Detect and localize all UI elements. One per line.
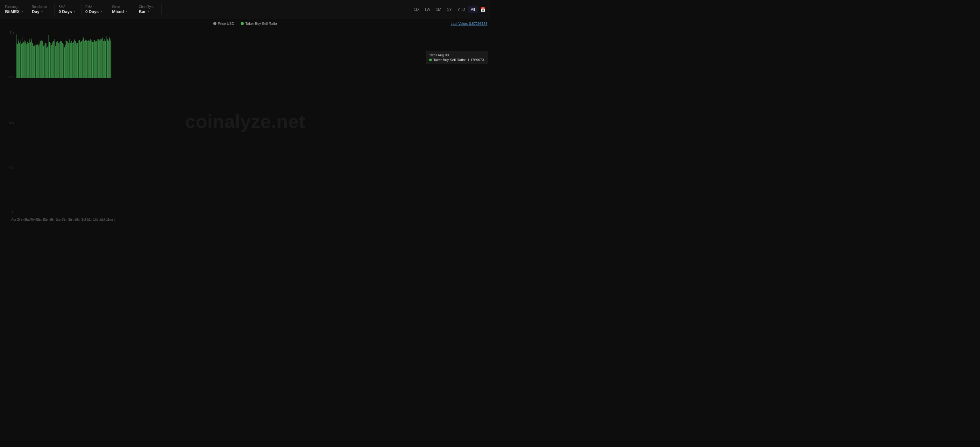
svg-rect-62 — [57, 41, 58, 78]
svg-rect-86 — [74, 40, 74, 78]
resolution-value: Day — [32, 9, 40, 14]
svg-rect-19 — [28, 43, 29, 78]
exchange-value: BitMEX — [5, 9, 20, 14]
svg-rect-43 — [45, 45, 45, 78]
resolution-selector[interactable]: Day ▼ — [32, 9, 52, 14]
ema-group: EMA 0 Days ▼ — [83, 4, 108, 15]
scale-selector[interactable]: Mixed ▼ — [112, 9, 132, 14]
svg-rect-1 — [16, 43, 16, 78]
svg-rect-47 — [48, 47, 48, 78]
svg-rect-106 — [88, 41, 88, 78]
chart-type-value: Bar — [139, 9, 146, 14]
svg-rect-80 — [70, 41, 70, 78]
svg-rect-46 — [46, 48, 47, 78]
svg-rect-115 — [94, 40, 94, 78]
ema-value: 0 Days — [85, 9, 99, 14]
svg-rect-110 — [91, 40, 91, 78]
time-btn-ytd[interactable]: YTD — [455, 6, 468, 13]
svg-rect-87 — [75, 40, 75, 78]
svg-rect-117 — [95, 41, 95, 78]
svg-rect-113 — [92, 42, 93, 78]
svg-rect-85 — [73, 42, 73, 78]
svg-rect-128 — [102, 38, 103, 78]
svg-rect-132 — [105, 41, 106, 78]
y-axis: 1.2 0.9 0.6 0.3 0 — [0, 30, 16, 214]
svg-rect-37 — [40, 41, 41, 78]
sma-label: SMA — [59, 5, 79, 9]
y-label-1: 1.2 — [2, 30, 14, 34]
time-btn-1m[interactable]: 1M — [433, 6, 444, 13]
time-btn-1y[interactable]: 1Y — [444, 6, 454, 13]
last-value-label: Last Value: — [451, 22, 468, 25]
resolution-label: Resolution — [32, 5, 52, 9]
svg-rect-136 — [108, 41, 108, 78]
svg-rect-105 — [87, 41, 87, 78]
svg-rect-108 — [89, 41, 89, 78]
last-value-display[interactable]: Last Value: 0.87293153 — [451, 22, 487, 25]
svg-rect-120 — [97, 40, 97, 78]
legend-price: Price USD — [213, 22, 234, 25]
svg-rect-9 — [21, 44, 22, 78]
svg-rect-100 — [83, 38, 84, 78]
svg-rect-49 — [49, 35, 49, 78]
svg-rect-64 — [59, 44, 59, 78]
svg-rect-109 — [89, 41, 90, 78]
ema-selector[interactable]: 0 Days ▼ — [85, 9, 105, 14]
svg-rect-126 — [101, 40, 102, 78]
svg-rect-133 — [106, 37, 107, 78]
price-legend-dot — [213, 22, 216, 25]
tooltip-label: Taker Buy Sell Ratio: — [433, 58, 466, 62]
sma-selector[interactable]: 0 Days ▼ — [59, 9, 79, 14]
scale-group: Scale Mixed ▼ — [110, 4, 135, 15]
svg-rect-41 — [43, 46, 44, 78]
svg-rect-28 — [34, 46, 35, 78]
cursor-line — [490, 30, 490, 214]
tooltip-dot — [429, 59, 432, 61]
y-label-4: 0.3 — [2, 165, 14, 169]
svg-rect-112 — [92, 40, 92, 78]
svg-rect-32 — [37, 44, 37, 78]
time-btn-all[interactable]: All — [468, 6, 477, 13]
svg-rect-83 — [72, 43, 72, 78]
exchange-group: Exchange BitMEX ▼ — [3, 4, 28, 15]
svg-rect-72 — [64, 48, 65, 78]
svg-rect-74 — [65, 40, 66, 78]
svg-rect-69 — [62, 44, 63, 78]
svg-rect-23 — [31, 38, 31, 78]
svg-rect-127 — [102, 38, 102, 78]
svg-rect-107 — [88, 40, 89, 78]
svg-rect-50 — [49, 42, 50, 78]
calendar-button[interactable]: 📅 — [478, 6, 487, 13]
svg-rect-4 — [18, 40, 18, 78]
sma-dropdown-icon: ▼ — [73, 10, 76, 13]
x-axis: Apr 24May 1May 8May 15May 22May 29Jun 5J… — [16, 216, 490, 223]
sma-group: SMA 0 Days ▼ — [56, 4, 81, 15]
exchange-label: Exchange — [5, 5, 25, 9]
svg-rect-34 — [38, 46, 39, 78]
exchange-dropdown-icon: ▼ — [21, 10, 24, 13]
svg-rect-124 — [100, 41, 100, 78]
svg-rect-30 — [36, 45, 36, 78]
time-btn-1w[interactable]: 1W — [422, 6, 433, 13]
svg-rect-135 — [107, 40, 108, 78]
svg-rect-91 — [77, 43, 78, 78]
bar-chart — [16, 30, 111, 78]
time-buttons: 1D 1W 1M 1Y YTD All 📅 — [411, 6, 487, 13]
svg-rect-35 — [39, 44, 40, 78]
svg-rect-24 — [32, 40, 32, 78]
svg-rect-93 — [79, 40, 79, 78]
svg-rect-5 — [19, 41, 19, 78]
exchange-selector[interactable]: BitMEX ▼ — [5, 9, 25, 14]
svg-rect-54 — [52, 42, 52, 78]
svg-rect-20 — [29, 43, 29, 78]
resolution-group: Resolution Day ▼ — [29, 4, 55, 15]
svg-rect-42 — [44, 43, 44, 78]
x-label-15: Aug 7 — [107, 218, 116, 221]
ema-label: EMA — [85, 5, 105, 9]
scale-value: Mixed — [112, 9, 124, 14]
tooltip-row: Taker Buy Sell Ratio: 1.1769073 — [429, 58, 484, 62]
svg-rect-125 — [100, 40, 101, 78]
time-btn-1d[interactable]: 1D — [411, 6, 421, 13]
svg-rect-101 — [84, 41, 84, 78]
chart-type-selector[interactable]: Bar ▼ — [139, 9, 159, 14]
